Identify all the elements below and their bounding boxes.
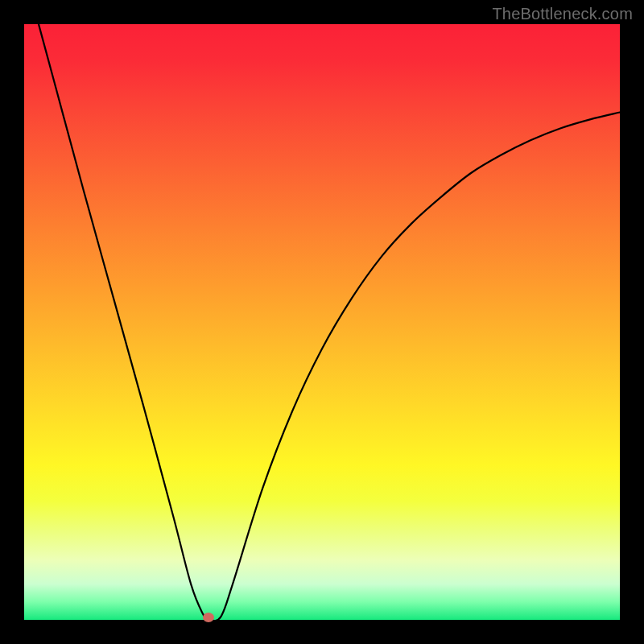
optimal-point-marker bbox=[203, 613, 214, 622]
bottleneck-curve bbox=[24, 24, 620, 620]
plot-area bbox=[24, 24, 620, 620]
watermark-text: TheBottleneck.com bbox=[492, 5, 633, 23]
chart-frame: TheBottleneck.com bbox=[0, 0, 644, 644]
